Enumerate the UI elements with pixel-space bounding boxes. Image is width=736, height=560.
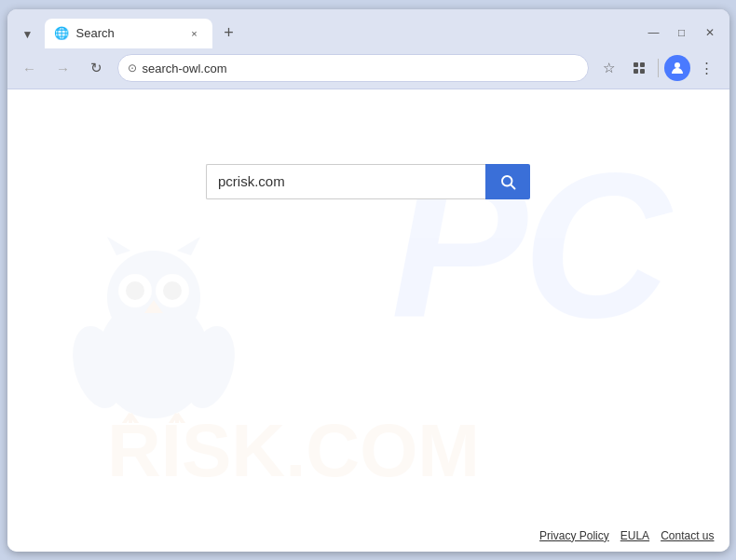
forward-button[interactable]: →: [50, 55, 76, 81]
svg-marker-13: [177, 237, 200, 255]
svg-rect-2: [634, 69, 638, 74]
extensions-button[interactable]: [626, 55, 652, 81]
profile-button[interactable]: [664, 55, 690, 81]
window-controls: — □ ✕: [634, 20, 722, 45]
svg-line-17: [511, 184, 514, 188]
bookmark-button[interactable]: ☆: [596, 55, 622, 81]
browser-window: ▼ 🌐 Search × + — □ ✕ ← → ↻ ⊙ search-owl.…: [7, 9, 729, 552]
search-container: [206, 164, 530, 199]
address-bar[interactable]: ⊙ search-owl.com: [117, 54, 589, 82]
active-tab[interactable]: 🌐 Search ×: [45, 19, 212, 48]
page-footer: Privacy Policy EULA Contact us: [539, 529, 714, 542]
contact-us-link[interactable]: Contact us: [661, 529, 714, 542]
svg-point-4: [675, 62, 680, 68]
search-icon: [499, 173, 516, 190]
svg-point-7: [118, 274, 152, 307]
svg-rect-0: [634, 62, 638, 67]
owl-watermark: [70, 237, 238, 404]
privacy-policy-link[interactable]: Privacy Policy: [539, 529, 609, 542]
riskcom-watermark-text: RISK.COM: [107, 414, 480, 488]
svg-point-15: [176, 321, 238, 414]
svg-rect-1: [640, 62, 645, 67]
eula-link[interactable]: EULA: [620, 529, 649, 542]
svg-point-6: [107, 251, 200, 344]
svg-point-5: [98, 297, 210, 418]
browser-toolbar: ← → ↻ ⊙ search-owl.com ☆: [7, 48, 729, 89]
new-tab-button[interactable]: +: [216, 20, 242, 47]
close-button[interactable]: ✕: [698, 20, 722, 45]
tab-close-button[interactable]: ×: [186, 25, 203, 42]
search-button[interactable]: [485, 164, 530, 199]
title-bar: ▼ 🌐 Search × + — □ ✕: [7, 9, 729, 48]
search-input[interactable]: [206, 164, 485, 199]
svg-marker-11: [144, 300, 163, 313]
svg-point-8: [156, 274, 189, 307]
reload-button[interactable]: ↻: [84, 55, 110, 81]
page-content: PC RISK.COM Privacy Policy EULA Contact …: [7, 89, 729, 552]
toolbar-divider: [658, 59, 659, 77]
toolbar-right: ☆ ⋮: [596, 55, 720, 81]
svg-point-9: [126, 281, 144, 300]
back-button[interactable]: ←: [17, 55, 43, 81]
svg-point-14: [70, 321, 131, 414]
tab-favicon: 🌐: [54, 26, 69, 41]
tab-title: Search: [76, 26, 179, 40]
svg-marker-12: [107, 237, 130, 255]
address-text: search-owl.com: [143, 61, 579, 75]
address-security-icon: ⊙: [128, 61, 137, 75]
maximize-button[interactable]: □: [670, 20, 694, 45]
svg-point-10: [163, 281, 182, 300]
minimize-button[interactable]: —: [642, 20, 666, 45]
tab-area: ▼ 🌐 Search × +: [15, 19, 631, 48]
tab-list-dropdown[interactable]: ▼: [15, 20, 41, 48]
menu-button[interactable]: ⋮: [694, 55, 720, 81]
svg-rect-3: [640, 69, 645, 74]
